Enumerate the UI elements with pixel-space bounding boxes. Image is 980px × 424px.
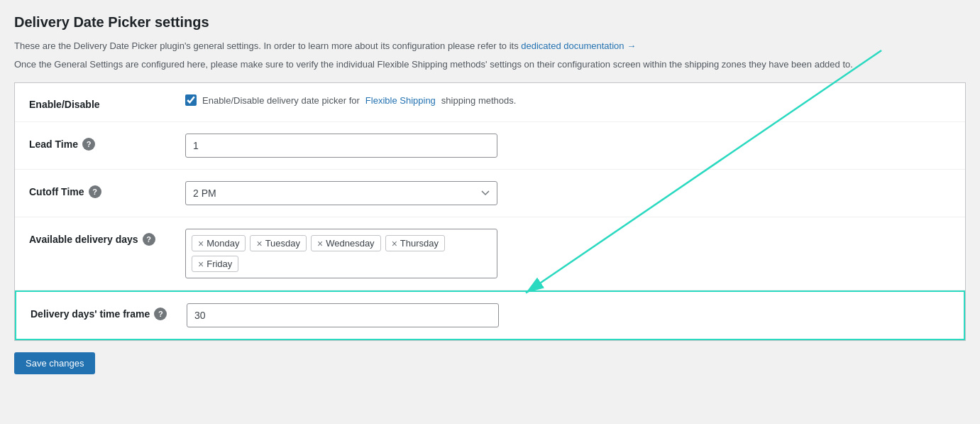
lead-time-input[interactable]	[185, 134, 497, 158]
delivery-days-time-frame-help-icon[interactable]: ?	[154, 308, 167, 320]
settings-form: Enable/Disable Enable/Disable delivery d…	[14, 82, 966, 341]
available-delivery-days-help-icon[interactable]: ?	[143, 233, 155, 246]
tag-thursday-remove[interactable]: ×	[392, 239, 397, 249]
tag-friday: × Friday	[192, 256, 238, 272]
tag-wednesday: × Wednesday	[311, 235, 381, 251]
tag-monday-remove[interactable]: ×	[198, 239, 204, 249]
cutoff-time-content: 12 AM 1 AM 2 AM 3 AM 4 AM 5 AM 6 AM 7 AM…	[185, 181, 951, 205]
tag-friday-remove[interactable]: ×	[198, 259, 204, 269]
tag-thursday: × Thursday	[385, 235, 445, 251]
enable-disable-content: Enable/Disable delivery date picker for …	[185, 94, 951, 106]
description-1: These are the Delivery Date Picker plugi…	[14, 39, 966, 53]
enable-disable-label: Enable/Disable	[29, 94, 185, 110]
available-delivery-days-label: Available delivery days ?	[29, 229, 185, 246]
tag-wednesday-remove[interactable]: ×	[317, 239, 323, 249]
lead-time-content	[185, 134, 951, 158]
cutoff-time-label: Cutoff Time ?	[29, 181, 185, 198]
lead-time-help-icon[interactable]: ?	[82, 138, 95, 151]
cutoff-time-row: Cutoff Time ? 12 AM 1 AM 2 AM 3 AM 4 AM …	[15, 170, 965, 217]
delivery-days-time-frame-label: Delivery days' time frame ?	[31, 303, 187, 320]
documentation-link[interactable]: dedicated documentation →	[521, 40, 636, 51]
available-delivery-days-row: Available delivery days ? × Monday × Tue…	[15, 217, 965, 290]
enable-disable-checkbox-label[interactable]: Enable/Disable delivery date picker for …	[185, 94, 516, 106]
tag-monday: × Monday	[192, 235, 246, 251]
enable-disable-checkbox[interactable]	[185, 94, 197, 106]
delivery-days-time-frame-content	[187, 303, 949, 327]
tag-tuesday-remove[interactable]: ×	[256, 239, 262, 249]
cutoff-time-help-icon[interactable]: ?	[89, 185, 101, 198]
save-changes-button[interactable]: Save changes	[14, 352, 95, 374]
cutoff-time-select[interactable]: 12 AM 1 AM 2 AM 3 AM 4 AM 5 AM 6 AM 7 AM…	[185, 181, 497, 205]
lead-time-label: Lead Time ?	[29, 134, 185, 151]
enable-disable-row: Enable/Disable Enable/Disable delivery d…	[15, 83, 965, 122]
tag-tuesday: × Tuesday	[250, 235, 307, 251]
lead-time-row: Lead Time ?	[15, 122, 965, 170]
page-container: Delivery Date Picker settings These are …	[14, 14, 966, 374]
page-title: Delivery Date Picker settings	[14, 14, 966, 31]
description-2: Once the General Settings are configured…	[14, 58, 966, 72]
available-delivery-days-content: × Monday × Tuesday × Wednesday × Thursda…	[185, 229, 951, 278]
delivery-days-time-frame-row: Delivery days' time frame ?	[15, 290, 965, 340]
delivery-days-time-frame-input[interactable]	[187, 303, 499, 327]
delivery-days-tags[interactable]: × Monday × Tuesday × Wednesday × Thursda…	[185, 229, 497, 278]
